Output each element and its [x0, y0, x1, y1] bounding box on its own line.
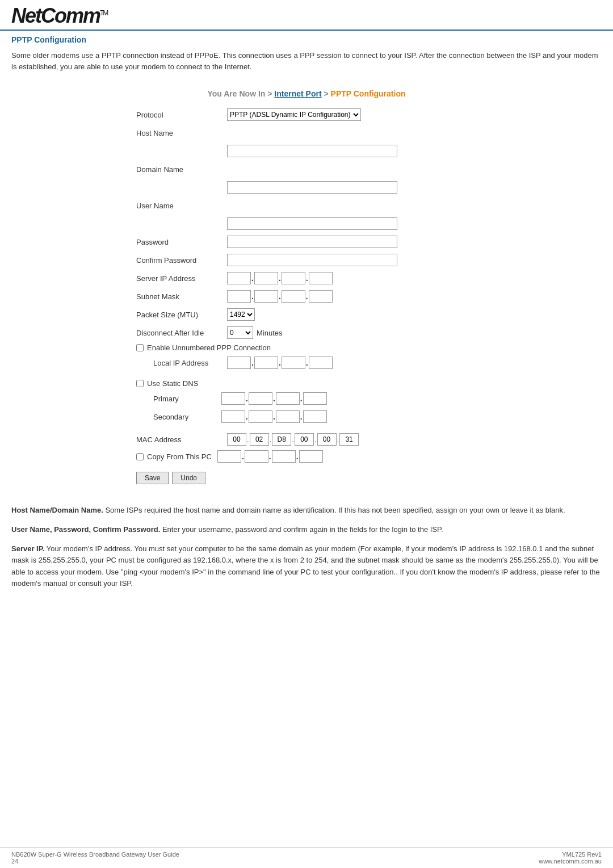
breadcrumb: You Are Now In > Internet Port > PPTP Co… — [0, 83, 613, 107]
copy-ip-octet3[interactable] — [272, 450, 296, 463]
subnet-mask-label: Subnet Mask — [136, 292, 227, 301]
local-ip-label: Local IP Address — [153, 359, 227, 367]
disconnect-select[interactable]: 0 — [227, 326, 253, 339]
host-name-row: Host Name — [136, 125, 477, 140]
domain-name-input-row — [136, 180, 477, 195]
user-name-row: User Name — [136, 198, 477, 213]
desc-server-ip: Server IP. Your modem's IP address. You … — [11, 543, 602, 589]
subnet-octet3[interactable] — [282, 290, 305, 303]
footer-left: NB620W Super-G Wireless Broadband Gatewa… — [11, 851, 179, 865]
confirm-password-row: Confirm Password — [136, 253, 477, 267]
disconnect-row: Disconnect After Idle 0 Minutes — [136, 325, 477, 340]
desc-host-domain: Host Name/Domain Name. Some ISPs require… — [11, 505, 602, 516]
primary-octet3[interactable] — [276, 392, 300, 405]
use-static-dns-row: Use Static DNS — [136, 379, 477, 388]
breadcrumb-sep1: > — [265, 89, 274, 98]
subnet-octet2[interactable] — [254, 290, 278, 303]
local-ip-octet1[interactable] — [227, 357, 251, 369]
primary-row: Primary . . . — [153, 391, 477, 406]
subnet-octet4[interactable] — [309, 290, 333, 303]
enable-unnumbered-checkbox[interactable] — [136, 344, 144, 351]
server-ip-octet3[interactable] — [282, 272, 305, 284]
copy-from-pc-row: Copy From This PC . . . — [136, 450, 477, 463]
enable-unnumbered-row: Enable Unnumbered PPP Connection — [136, 343, 477, 352]
user-name-input-row — [136, 216, 477, 231]
secondary-octet3[interactable] — [276, 410, 300, 423]
footer-version: YML725 Rev1 — [562, 851, 602, 858]
use-static-dns-label: Use Static DNS — [147, 379, 198, 388]
primary-octet4[interactable] — [303, 392, 327, 405]
protocol-row: Protocol PPTP (ADSL Dynamic IP Configura… — [136, 107, 477, 122]
packet-size-select[interactable]: 1492 — [227, 308, 255, 321]
desc-server-ip-text: Your modem's IP address. You must set yo… — [11, 544, 600, 587]
copy-ip-octet4[interactable] — [299, 450, 323, 463]
copy-from-pc-label: Copy From This PC — [147, 452, 212, 461]
breadcrumb-you-are: You Are Now In — [207, 89, 265, 98]
mac-octet3[interactable] — [272, 433, 291, 446]
confirm-password-label: Confirm Password — [136, 256, 227, 265]
server-ip-octet4[interactable] — [309, 272, 333, 284]
secondary-octet4[interactable] — [303, 410, 327, 423]
local-ip-octet3[interactable] — [282, 357, 305, 369]
mac-octet6[interactable] — [339, 433, 359, 446]
local-ip-octet2[interactable] — [254, 357, 278, 369]
breadcrumb-sep2: > — [322, 89, 331, 98]
copy-from-pc-checkbox[interactable] — [136, 453, 144, 460]
primary-ip-group: . . . — [221, 392, 327, 405]
disconnect-unit: Minutes — [257, 329, 283, 337]
logo-tm: TM — [100, 9, 107, 17]
footer: NB620W Super-G Wireless Broadband Gatewa… — [0, 847, 613, 868]
mac-address-group: . . . . . — [227, 433, 359, 446]
server-ip-octet2[interactable] — [254, 272, 278, 284]
local-ip-row: Local IP Address . . . — [153, 355, 477, 370]
secondary-octet2[interactable] — [249, 410, 272, 423]
secondary-ip-group: . . . — [221, 410, 327, 423]
host-name-input-row — [136, 144, 477, 158]
packet-size-row: Packet Size (MTU) 1492 — [136, 307, 477, 322]
header: NetCommTM — [0, 0, 613, 31]
host-name-input[interactable] — [227, 145, 397, 157]
save-button[interactable]: Save — [136, 472, 169, 484]
intro-text: Some older modems use a PPTP connection … — [0, 47, 613, 83]
subnet-octet1[interactable] — [227, 290, 251, 303]
use-static-dns-checkbox[interactable] — [136, 380, 144, 387]
secondary-octet1[interactable] — [221, 410, 245, 423]
primary-octet1[interactable] — [221, 392, 245, 405]
copy-ip-octet2[interactable] — [245, 450, 268, 463]
host-name-label: Host Name — [136, 129, 227, 137]
protocol-label: Protocol — [136, 111, 227, 119]
mac-octet2[interactable] — [250, 433, 269, 446]
desc-host-domain-bold: Host Name/Domain Name. — [11, 506, 103, 514]
password-input[interactable] — [227, 236, 397, 248]
breadcrumb-internet-port[interactable]: Internet Port — [274, 89, 321, 98]
primary-octet2[interactable] — [249, 392, 272, 405]
local-ip-octet4[interactable] — [309, 357, 333, 369]
mac-octet1[interactable] — [227, 433, 246, 446]
form-area: Protocol PPTP (ADSL Dynamic IP Configura… — [136, 107, 477, 496]
copy-from-pc-ip-group: . . . — [217, 450, 323, 463]
mac-address-label: MAC Address — [136, 435, 227, 444]
protocol-select[interactable]: PPTP (ADSL Dynamic IP Configuration) — [227, 108, 361, 121]
logo-comm: Comm — [41, 4, 100, 27]
primary-label: Primary — [153, 395, 221, 403]
confirm-password-input[interactable] — [227, 254, 397, 266]
mac-octet5[interactable] — [317, 433, 337, 446]
secondary-label: Secondary — [153, 413, 221, 421]
domain-name-row: Domain Name — [136, 162, 477, 177]
local-ip-group: . . . — [227, 357, 333, 369]
server-ip-octet1[interactable] — [227, 272, 251, 284]
button-row: Save Undo — [136, 472, 477, 484]
footer-product: NB620W Super-G Wireless Broadband Gatewa… — [11, 851, 179, 858]
password-row: Password — [136, 234, 477, 249]
server-ip-group: . . . — [227, 272, 333, 284]
subnet-mask-group: . . . — [227, 290, 333, 303]
copy-ip-octet1[interactable] — [217, 450, 241, 463]
undo-button[interactable]: Undo — [172, 472, 205, 484]
domain-name-label: Domain Name — [136, 165, 227, 174]
enable-unnumbered-label: Enable Unnumbered PPP Connection — [147, 343, 271, 352]
user-name-input[interactable] — [227, 217, 397, 230]
mac-octet4[interactable] — [295, 433, 314, 446]
user-name-label: User Name — [136, 202, 227, 210]
desc-user-pass-bold: User Name, Password, Confirm Password. — [11, 525, 160, 534]
domain-name-input[interactable] — [227, 181, 397, 194]
